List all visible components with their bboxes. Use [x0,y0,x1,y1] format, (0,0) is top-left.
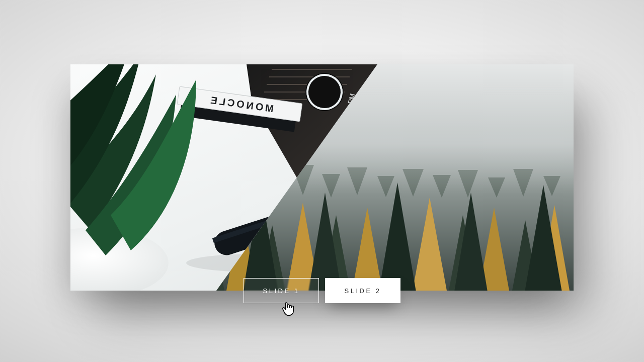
image-slider: PM MONOCLE [70,64,574,291]
cursor-hand-icon [282,302,295,317]
slide-1-button[interactable]: SLIDE 1 [244,278,319,303]
slider-nav: SLIDE 1 SLIDE 2 [244,278,400,303]
slide-2-button[interactable]: SLIDE 2 [325,278,400,303]
